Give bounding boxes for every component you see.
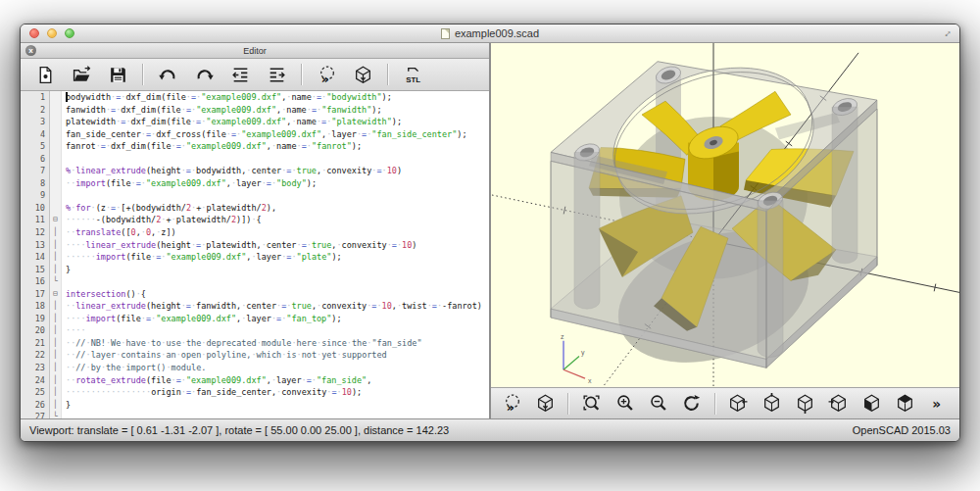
save-icon — [108, 65, 128, 85]
code-line[interactable]: 19│····import(file·=·"example009.dxf",·l… — [21, 313, 489, 325]
more-button[interactable]: » — [923, 390, 955, 417]
code-line[interactable]: 8··import(file·=·"example009.dxf",·layer… — [21, 177, 489, 190]
code-text: ····linear_extrude(height·=·platewidth,·… — [62, 239, 489, 252]
zoom-in-icon — [614, 393, 635, 414]
line-number: 18 — [21, 300, 50, 313]
fold-marker: │ — [50, 251, 62, 264]
axis-label-z: z — [561, 333, 564, 340]
fold-marker[interactable]: ⊟ — [50, 288, 62, 301]
svg-text:STL: STL — [406, 74, 420, 83]
code-line[interactable]: 15│} — [21, 264, 489, 276]
line-number: 17 — [21, 288, 50, 301]
zoom-window-button[interactable] — [65, 28, 74, 38]
axis-label-y: y — [581, 350, 585, 358]
v-right-button[interactable] — [722, 390, 754, 417]
code-text: ··translate([0,·0,·z]) — [62, 226, 489, 239]
code-area[interactable]: 1bodywidth·=·dxf_dim(file·=·"example009.… — [21, 91, 489, 418]
app-version-text: OpenSCAD 2015.03 — [853, 424, 951, 436]
close-window-button[interactable] — [29, 28, 39, 38]
v-front-button[interactable] — [857, 390, 888, 417]
minimize-window-button[interactable] — [47, 28, 57, 38]
code-text: ····import(file·=·"example009.dxf",·laye… — [62, 313, 489, 325]
code-line[interactable]: 3platewidth·=·dxf_dim(file·=·"example009… — [21, 116, 489, 128]
indent-button[interactable] — [260, 61, 293, 88]
title-bar[interactable]: example009.scad ↔ — [21, 25, 959, 43]
svg-text:»: » — [933, 396, 942, 412]
unindent-button[interactable] — [223, 61, 257, 88]
main-split: x Editor »STL 1bodywidth·=·dxf_dim(file·… — [21, 43, 959, 418]
code-line[interactable]: 17⊟intersection()·{ — [21, 288, 489, 301]
code-line[interactable]: 21│··//·NB!·We·have·to·use·the·deprecate… — [21, 337, 489, 350]
code-line[interactable]: 20│···· — [21, 324, 489, 337]
code-text: ······-(bodywidth/2·+·platewidth/2)])·{ — [62, 214, 489, 226]
code-text: ··//·by·the·import()·module. — [62, 362, 489, 374]
code-line[interactable]: 22│··//·layer·contains·an·open·polyline,… — [21, 349, 489, 362]
fold-marker: │ — [50, 337, 62, 350]
zoom-all-button[interactable] — [575, 390, 607, 417]
redo-button[interactable] — [187, 61, 220, 88]
zoom-in-button[interactable] — [609, 390, 640, 417]
v-bottom-button[interactable] — [789, 390, 820, 417]
line-number: 14 — [21, 251, 50, 264]
fullscreen-icon[interactable]: ↔ — [938, 25, 954, 40]
code-text: ··import(file·=·"example009.dxf",·layer·… — [62, 177, 489, 190]
code-line[interactable]: 24│··rotate_extrude(file·=·"example009.d… — [21, 374, 489, 387]
v-top-button[interactable] — [756, 390, 787, 417]
line-number: 1 — [21, 91, 50, 104]
line-number: 25 — [21, 386, 50, 399]
line-number: 22 — [21, 349, 50, 362]
code-line[interactable]: 10%·for·(z·=·[+(bodywidth/2·+·platewidth… — [21, 202, 489, 215]
code-line[interactable]: 16└ — [21, 275, 489, 288]
line-number: 8 — [21, 177, 50, 190]
code-line[interactable]: 13│····linear_extrude(height·=·platewidt… — [21, 239, 489, 252]
code-line[interactable]: 11⊟······-(bodywidth/2·+·platewidth/2)])… — [21, 214, 489, 226]
render-icon — [535, 393, 556, 414]
undo-button[interactable] — [151, 61, 184, 88]
v-bottom-icon — [795, 393, 815, 414]
preview-icon: » — [317, 65, 337, 85]
code-line[interactable]: 18│··linear_extrude(height·=·fanwidth,·c… — [21, 300, 489, 313]
code-line[interactable]: 6 — [21, 153, 489, 166]
render-button[interactable] — [346, 61, 379, 88]
preview-button[interactable]: » — [310, 61, 343, 88]
code-line[interactable]: 5fanrot·=·dxf_dim(file·=·"example009.dxf… — [21, 140, 489, 153]
viewport-scene[interactable]: z y x — [491, 43, 959, 387]
zoom-out-button[interactable] — [643, 390, 674, 417]
code-line[interactable]: 26│} — [21, 399, 489, 412]
line-number: 26 — [21, 399, 50, 412]
corner-post-left — [574, 152, 600, 309]
save-button[interactable] — [101, 61, 134, 88]
fold-marker — [50, 189, 62, 202]
reset-icon — [681, 393, 702, 414]
render-button[interactable] — [529, 390, 561, 417]
stl-button[interactable]: STL — [396, 61, 429, 88]
code-line[interactable]: 9 — [21, 189, 489, 202]
fold-marker — [50, 177, 62, 190]
close-editor-button[interactable]: x — [25, 45, 36, 56]
code-line[interactable]: 7%·linear_extrude(height·=·bodywidth,·ce… — [21, 165, 489, 177]
code-line[interactable]: 14│······import(file·=·"example009.dxf",… — [21, 251, 489, 264]
redo-icon — [194, 65, 215, 85]
code-text: ······import(file·=·"example009.dxf",·la… — [62, 251, 489, 264]
code-line[interactable]: 2fanwidth·=·dxf_dim(file·=·"example009.d… — [21, 104, 489, 117]
new-button[interactable] — [28, 61, 62, 88]
code-line[interactable]: 12│··translate([0,·0,·z]) — [21, 226, 489, 239]
code-line[interactable]: 4fan_side_center·=·dxf_cross(file·=·"exa… — [21, 128, 489, 141]
viewport-canvas[interactable]: z y x — [491, 43, 959, 387]
code-text — [62, 153, 489, 166]
code-line[interactable]: 27└ — [21, 411, 489, 418]
code-text — [62, 411, 489, 418]
editor-panel-header[interactable]: x Editor — [21, 43, 489, 59]
fold-marker[interactable]: ⊟ — [50, 214, 62, 226]
code-line[interactable]: 23│··//·by·the·import()·module. — [21, 362, 489, 374]
line-number: 2 — [21, 104, 50, 117]
open-button[interactable] — [65, 61, 98, 88]
code-line[interactable]: 25│·················origin·=·fan_side_ce… — [21, 386, 489, 399]
document-proxy-icon[interactable] — [441, 28, 450, 39]
code-line[interactable]: 1bodywidth·=·dxf_dim(file·=·"example009.… — [21, 91, 489, 104]
v-back-button[interactable] — [890, 390, 921, 417]
window-controls — [29, 28, 74, 38]
preview-button[interactable]: » — [496, 390, 527, 417]
v-left-button[interactable] — [822, 390, 854, 417]
reset-button[interactable] — [676, 390, 708, 417]
